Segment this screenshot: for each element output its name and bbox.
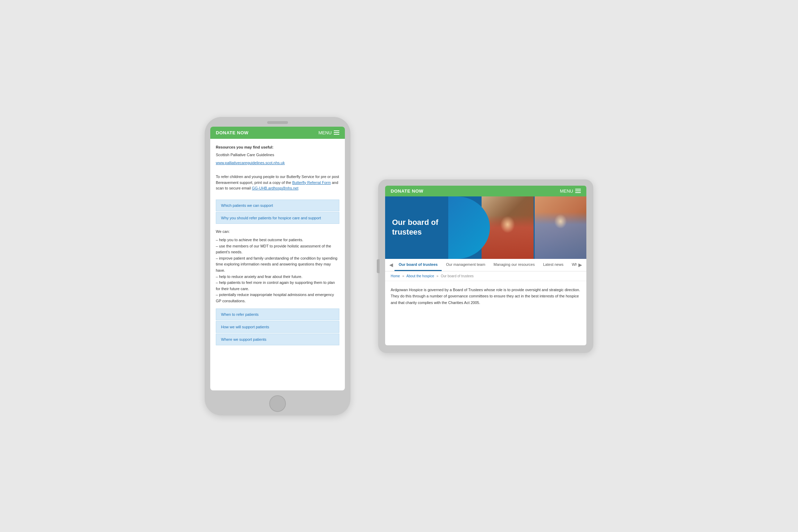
bullet-item: potentially reduce inappropriate hospita… [216,292,339,304]
tablet-side-button [377,259,380,273]
mobile-donate-button[interactable]: DONATE NOW [216,130,248,135]
bullet-item: help you to achieve the best outcome for… [216,237,339,243]
accordion-which-patients[interactable]: Which patients we can support [216,200,339,211]
referral-form-link[interactable]: Butterfly Referral Form [292,180,331,185]
mobile-content: Resources you may find useful: Scottish … [210,139,345,390]
breadcrumb: Home » About the hospice » Our board of … [385,271,586,281]
website-link[interactable]: www.palliativecareguidelines.scot.nhs.uk [216,161,285,165]
tablet-device: DONATE NOW MENU Our board of trustees [378,179,593,353]
hero-text: Our board of trustees [392,218,438,237]
tablet-menu-label: MENU [560,188,573,194]
tablet-main-content: Ardgowan Hospice is governed by a Board … [385,281,586,345]
accordion-where-support-label: Where we support patients [221,337,266,341]
sub-nav-next-arrow[interactable]: ▶ [577,262,584,268]
accordion-how-support-label: How we will support patients [221,325,269,329]
breadcrumb-current: Our board of trustees [441,274,474,278]
mobile-menu-label: MENU [319,130,332,135]
hamburger-icon [575,189,581,193]
org-name: Scottish Palliative Care Guidelines [216,152,339,158]
sub-nav-item-matters[interactable]: What matters to you, matters to us [568,259,577,271]
bullet-item: help to reduce anxiety and fear about th… [216,274,339,280]
breadcrumb-section[interactable]: About the hospice [406,274,434,278]
sub-nav-prev-arrow[interactable]: ◀ [388,262,394,268]
breadcrumb-sep-1: » [402,274,404,278]
accordion-why-refer-content: We can: help you to achieve the best out… [216,225,339,309]
hero-photo-2 [535,196,586,259]
mobile-menu-button[interactable]: MENU [319,130,339,135]
resources-heading: Resources you may find useful: [216,144,339,150]
bullet-item: use the members of our MDT to provide ho… [216,243,339,255]
accordion-when-refer[interactable]: When to refer patients [216,309,339,320]
tablet-header: DONATE NOW MENU [385,186,586,196]
hero-photos [482,196,586,259]
tablet-menu-button[interactable]: MENU [560,188,581,194]
main-body-text: Ardgowan Hospice is governed by a Board … [391,287,581,306]
accordion-how-support[interactable]: How we will support patients [216,321,339,333]
bullet-item: improve patient and family understanding… [216,255,339,274]
tablet-donate-button[interactable]: DONATE NOW [391,188,423,194]
accordion-why-refer-label: Why you should refer patients for hospic… [221,216,321,220]
tablet-screen: DONATE NOW MENU Our board of trustees [385,186,586,345]
sub-nav-item-news[interactable]: Latest news [539,259,568,271]
accordion-when-refer-label: When to refer patients [221,312,258,316]
sub-nav-item-trustees[interactable]: Our board of trustees [394,259,442,271]
mobile-screen: DONATE NOW MENU Resources you may find u… [210,127,345,390]
sub-nav-item-resources[interactable]: Managing our resources [490,259,539,271]
breadcrumb-home[interactable]: Home [391,274,400,278]
mobile-header: DONATE NOW MENU [210,127,345,139]
bullet-list: help you to achieve the best outcome for… [216,237,339,304]
breadcrumb-sep-2: » [436,274,439,278]
hero-title: Our board of trustees [392,218,438,237]
referral-text: To refer children and young people to ou… [216,174,339,191]
hero-title-line2: trustees [392,228,422,237]
email-link[interactable]: GG-UHB.ardhosp@nhs.net [252,186,298,190]
hamburger-icon [334,130,339,135]
accordion-where-support[interactable]: Where we support patients [216,333,339,345]
mobile-device: DONATE NOW MENU Resources you may find u… [205,117,350,415]
bullet-item: help patients to feel more in control ag… [216,280,339,292]
hero-area: Our board of trustees [385,196,586,259]
accordion-which-patients-label: Which patients we can support [221,203,273,208]
sub-nav-item-management[interactable]: Our management team [442,259,489,271]
we-can-label: We can: [216,229,339,235]
sub-nav-items: Our board of trustees Our management tea… [394,259,577,271]
hero-title-line1: Our board of [392,218,438,227]
accordion-why-refer[interactable]: Why you should refer patients for hospic… [216,212,339,224]
sub-nav: ◀ Our board of trustees Our management t… [385,259,586,271]
